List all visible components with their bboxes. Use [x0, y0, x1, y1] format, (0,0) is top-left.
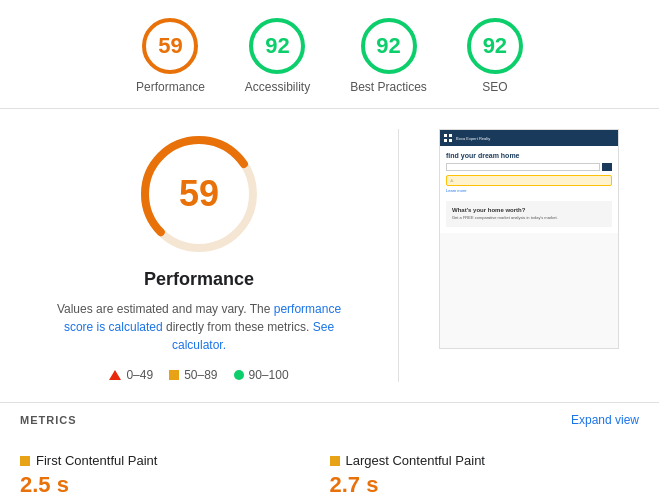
preview-hero-text: find your dream home — [446, 152, 612, 159]
score-label-best-practices: Best Practices — [350, 80, 427, 94]
legend: 0–49 50–89 90–100 — [109, 368, 288, 382]
preview-header: Boca Expert Realty — [440, 130, 618, 146]
preview-learn-more: Learn more — [446, 188, 612, 193]
big-score-number: 59 — [179, 173, 219, 215]
metrics-grid: First Contentful Paint 2.5 s Largest Con… — [20, 443, 639, 500]
metrics-title: METRICS — [20, 414, 77, 426]
score-value-performance: 59 — [158, 33, 182, 59]
logo-sq-1 — [444, 134, 447, 137]
legend-item-fail: 0–49 — [109, 368, 153, 382]
legend-range-pass: 90–100 — [249, 368, 289, 382]
score-value-best-practices: 92 — [376, 33, 400, 59]
divider-vertical — [398, 129, 399, 382]
metric-value-fcp: 2.5 s — [20, 472, 300, 498]
metric-value-lcp: 2.7 s — [330, 472, 630, 498]
preview-section2-desc: Get a FREE comparative market analysis i… — [452, 215, 606, 221]
score-circle-seo: 92 — [467, 18, 523, 74]
score-label-performance: Performance — [136, 80, 205, 94]
metric-name-fcp: First Contentful Paint — [36, 453, 157, 468]
legend-item-pass: 90–100 — [234, 368, 289, 382]
logo-sq-2 — [449, 134, 452, 137]
score-label-seo: SEO — [482, 80, 507, 94]
metric-header-lcp: Largest Contentful Paint — [330, 453, 630, 468]
metric-item-lcp: Largest Contentful Paint 2.7 s — [330, 443, 640, 500]
preview-logo-text: Boca Expert Realty — [456, 136, 490, 141]
preview-body: find your dream home ⚠ Learn more What's… — [440, 146, 618, 233]
metrics-section: METRICS Expand view First Contentful Pai… — [0, 403, 659, 500]
score-label-accessibility: Accessibility — [245, 80, 310, 94]
left-panel: 59 Performance Values are estimated and … — [30, 129, 368, 382]
score-circle-best-practices: 92 — [361, 18, 417, 74]
preview-warning: ⚠ — [446, 175, 612, 186]
big-score-container: 59 — [134, 129, 264, 259]
score-bar: 59 Performance 92 Accessibility 92 Best … — [0, 0, 659, 109]
main-content: 59 Performance Values are estimated and … — [0, 109, 659, 403]
big-score-title: Performance — [144, 269, 254, 290]
score-circle-performance: 59 — [142, 18, 198, 74]
preview-search-bar — [446, 163, 612, 171]
legend-range-fail: 0–49 — [126, 368, 153, 382]
score-value-accessibility: 92 — [265, 33, 289, 59]
metric-icon-lcp — [330, 456, 340, 466]
description-text: Values are estimated and may vary. The — [57, 302, 270, 316]
description-mid: directly from these metrics. — [166, 320, 313, 334]
score-item-performance[interactable]: 59 Performance — [136, 18, 205, 94]
preview-search-button — [602, 163, 612, 171]
score-item-seo[interactable]: 92 SEO — [467, 18, 523, 94]
preview-search-input — [446, 163, 600, 171]
logo-sq-3 — [444, 139, 447, 142]
website-preview: Boca Expert Realty find your dream home … — [439, 129, 619, 349]
preview-logo-squares — [444, 134, 452, 142]
average-icon — [169, 370, 179, 380]
fail-icon — [109, 370, 121, 380]
preview-section2: What's your home worth? Get a FREE compa… — [446, 201, 612, 227]
score-circle-accessibility: 92 — [249, 18, 305, 74]
description: Values are estimated and may vary. The p… — [49, 300, 349, 354]
logo-sq-4 — [449, 139, 452, 142]
score-item-best-practices[interactable]: 92 Best Practices — [350, 18, 427, 94]
metric-name-lcp: Largest Contentful Paint — [346, 453, 485, 468]
pass-icon — [234, 370, 244, 380]
metric-header-fcp: First Contentful Paint — [20, 453, 300, 468]
legend-range-average: 50–89 — [184, 368, 217, 382]
expand-view-button[interactable]: Expand view — [571, 413, 639, 427]
right-panel: Boca Expert Realty find your dream home … — [429, 129, 629, 382]
metrics-header: METRICS Expand view — [20, 413, 639, 427]
preview-logo: Boca Expert Realty — [444, 134, 490, 142]
legend-item-average: 50–89 — [169, 368, 217, 382]
preview-section2-title: What's your home worth? — [452, 207, 606, 213]
score-value-seo: 92 — [483, 33, 507, 59]
metric-item-fcp: First Contentful Paint 2.5 s — [20, 443, 330, 500]
score-item-accessibility[interactable]: 92 Accessibility — [245, 18, 310, 94]
metric-icon-fcp — [20, 456, 30, 466]
